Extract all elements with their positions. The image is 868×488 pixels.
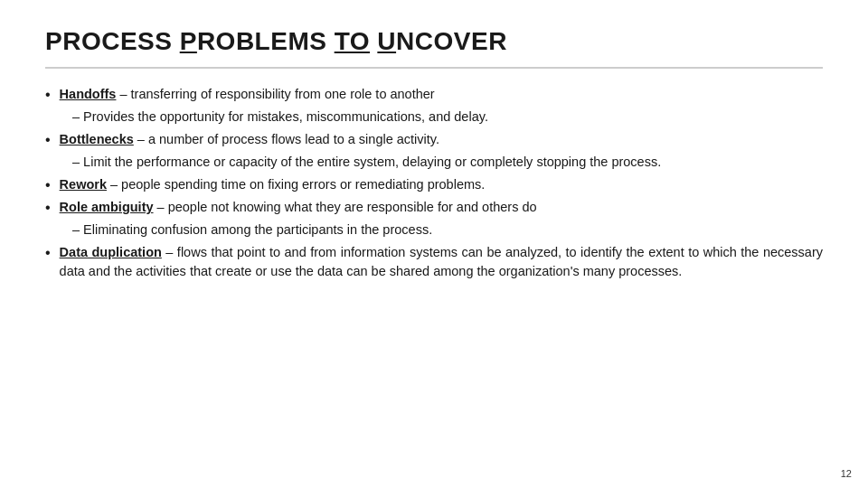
- term-data-duplication: Data duplication: [60, 245, 162, 259]
- title-text-ncover: NCOVER: [396, 27, 507, 55]
- title-text-process: PROCESS: [45, 27, 180, 55]
- data-duplication-description: – flows that point to and from informati…: [60, 245, 823, 278]
- bullet-text-handoffs: Handoffs – transferring of responsibilit…: [60, 85, 435, 104]
- term-bottlenecks: Bottlenecks: [60, 132, 134, 146]
- term-handoffs: Handoffs: [60, 87, 117, 101]
- slide-title: PROCESS PROBLEMS TO UNCOVER: [45, 27, 823, 56]
- handoffs-description: – transferring of responsibility from on…: [116, 87, 434, 101]
- sub-text-handoffs: – Provides the opportunity for mistakes,…: [72, 109, 488, 124]
- term-role-ambiguity: Role ambiguity: [60, 200, 154, 214]
- bullet-item-bottlenecks: • Bottlenecks – a number of process flow…: [45, 130, 823, 149]
- term-rework: Rework: [60, 177, 107, 192]
- bullet-dot-4: •: [45, 200, 51, 216]
- content-area: • Handoffs – transferring of responsibil…: [45, 85, 823, 461]
- bullet-item-handoffs: • Handoffs – transferring of responsibil…: [45, 85, 823, 104]
- role-ambiguity-description: – people not knowing what they are respo…: [154, 200, 537, 214]
- bullet-item-role-ambiguity: • Role ambiguity – people not knowing wh…: [45, 198, 823, 217]
- sub-item-role-ambiguity: – Eliminating confusion among the partic…: [72, 221, 823, 239]
- rework-description: – people spending time on fixing errors …: [107, 177, 485, 192]
- bullet-text-bottlenecks: Bottlenecks – a number of process flows …: [60, 130, 439, 149]
- title-underline-p: P: [180, 27, 197, 55]
- title-underline-to: TO: [335, 27, 370, 55]
- sub-text-bottlenecks: – Limit the performance or capacity of t…: [72, 155, 661, 169]
- page-number: 12: [841, 468, 852, 479]
- bullet-text-role-ambiguity: Role ambiguity – people not knowing what…: [60, 198, 537, 217]
- title-section: PROCESS PROBLEMS TO UNCOVER: [45, 27, 823, 69]
- bullet-text-data-duplication: Data duplication – flows that point to a…: [60, 243, 823, 281]
- title-text-roblems: ROBLEMS: [197, 27, 335, 55]
- sub-text-role-ambiguity: – Eliminating confusion among the partic…: [72, 222, 432, 237]
- bullet-text-rework: Rework – people spending time on fixing …: [60, 175, 486, 194]
- sub-item-bottlenecks: – Limit the performance or capacity of t…: [72, 153, 823, 172]
- bullet-dot-5: •: [45, 245, 51, 261]
- bottlenecks-description: – a number of process flows lead to a si…: [134, 132, 439, 146]
- bullet-item-data-duplication: • Data duplication – flows that point to…: [45, 243, 823, 281]
- sub-item-handoffs: – Provides the opportunity for mistakes,…: [72, 108, 823, 127]
- bullet-item-rework: • Rework – people spending time on fixin…: [45, 175, 823, 194]
- bullet-dot-3: •: [45, 177, 51, 193]
- bullet-dot-1: •: [45, 87, 51, 103]
- title-underline-u: U: [377, 27, 396, 55]
- slide: PROCESS PROBLEMS TO UNCOVER • Handoffs –…: [0, 0, 868, 488]
- bullet-dot-2: •: [45, 132, 51, 148]
